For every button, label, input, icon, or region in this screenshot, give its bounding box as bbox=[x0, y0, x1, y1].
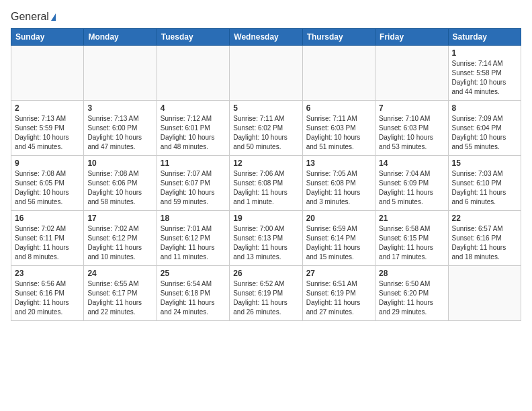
calendar-cell: 4Sunrise: 7:12 AM Sunset: 6:01 PM Daylig… bbox=[157, 101, 229, 156]
calendar-cell: 15Sunrise: 7:03 AM Sunset: 6:10 PM Dayli… bbox=[448, 156, 521, 211]
calendar-cell: 20Sunrise: 6:59 AM Sunset: 6:14 PM Dayli… bbox=[302, 211, 375, 266]
calendar-cell: 3Sunrise: 7:13 AM Sunset: 6:00 PM Daylig… bbox=[84, 101, 157, 156]
calendar-cell: 26Sunrise: 6:52 AM Sunset: 6:19 PM Dayli… bbox=[230, 266, 302, 321]
day-number: 10 bbox=[87, 158, 152, 168]
calendar-cell: 13Sunrise: 7:05 AM Sunset: 6:08 PM Dayli… bbox=[302, 156, 375, 211]
day-number: 9 bbox=[15, 158, 80, 168]
day-number: 11 bbox=[161, 158, 226, 168]
calendar-cell: 11Sunrise: 7:07 AM Sunset: 6:07 PM Dayli… bbox=[157, 156, 229, 211]
calendar-cell bbox=[230, 46, 302, 101]
day-info: Sunrise: 6:57 AM Sunset: 6:16 PM Dayligh… bbox=[452, 224, 517, 262]
calendar-cell: 19Sunrise: 7:00 AM Sunset: 6:13 PM Dayli… bbox=[230, 211, 302, 266]
day-info: Sunrise: 7:13 AM Sunset: 6:00 PM Dayligh… bbox=[87, 114, 152, 152]
calendar-header-monday: Monday bbox=[84, 29, 157, 46]
calendar-header-wednesday: Wednesday bbox=[230, 29, 302, 46]
calendar-cell: 16Sunrise: 7:02 AM Sunset: 6:11 PM Dayli… bbox=[11, 211, 84, 266]
day-info: Sunrise: 7:02 AM Sunset: 6:11 PM Dayligh… bbox=[15, 224, 80, 262]
calendar-cell: 28Sunrise: 6:50 AM Sunset: 6:20 PM Dayli… bbox=[375, 266, 448, 321]
day-info: Sunrise: 7:09 AM Sunset: 6:04 PM Dayligh… bbox=[452, 114, 517, 152]
day-info: Sunrise: 7:10 AM Sunset: 6:03 PM Dayligh… bbox=[379, 114, 444, 152]
calendar-cell: 27Sunrise: 6:51 AM Sunset: 6:19 PM Dayli… bbox=[302, 266, 375, 321]
page: General SundayMondayTuesdayWednesdayThur… bbox=[0, 0, 532, 411]
day-number: 13 bbox=[306, 158, 371, 168]
day-info: Sunrise: 7:11 AM Sunset: 6:03 PM Dayligh… bbox=[306, 114, 371, 152]
calendar-cell: 6Sunrise: 7:11 AM Sunset: 6:03 PM Daylig… bbox=[302, 101, 375, 156]
calendar-header-thursday: Thursday bbox=[302, 29, 375, 46]
day-info: Sunrise: 7:14 AM Sunset: 5:58 PM Dayligh… bbox=[452, 59, 517, 97]
calendar-cell: 25Sunrise: 6:54 AM Sunset: 6:18 PM Dayli… bbox=[157, 266, 229, 321]
day-info: Sunrise: 7:07 AM Sunset: 6:07 PM Dayligh… bbox=[161, 169, 226, 207]
calendar-cell bbox=[448, 266, 521, 321]
day-info: Sunrise: 7:11 AM Sunset: 6:02 PM Dayligh… bbox=[233, 114, 298, 152]
calendar-cell: 21Sunrise: 6:58 AM Sunset: 6:15 PM Dayli… bbox=[375, 211, 448, 266]
day-number: 24 bbox=[87, 269, 152, 278]
day-info: Sunrise: 7:00 AM Sunset: 6:13 PM Dayligh… bbox=[233, 224, 298, 262]
day-number: 21 bbox=[379, 214, 444, 223]
day-info: Sunrise: 7:05 AM Sunset: 6:08 PM Dayligh… bbox=[306, 169, 371, 207]
logo-triangle-icon bbox=[51, 13, 56, 21]
day-info: Sunrise: 7:13 AM Sunset: 5:59 PM Dayligh… bbox=[15, 114, 80, 152]
day-number: 4 bbox=[161, 103, 226, 113]
calendar-header-tuesday: Tuesday bbox=[157, 29, 229, 46]
calendar-cell: 18Sunrise: 7:01 AM Sunset: 6:12 PM Dayli… bbox=[157, 211, 229, 266]
day-info: Sunrise: 6:54 AM Sunset: 6:18 PM Dayligh… bbox=[161, 279, 226, 317]
day-number: 3 bbox=[87, 103, 152, 113]
day-number: 7 bbox=[379, 103, 444, 113]
day-number: 28 bbox=[379, 269, 444, 278]
header: General bbox=[11, 11, 521, 23]
calendar-cell: 9Sunrise: 7:08 AM Sunset: 6:05 PM Daylig… bbox=[11, 156, 84, 211]
day-info: Sunrise: 6:56 AM Sunset: 6:16 PM Dayligh… bbox=[15, 279, 80, 317]
day-number: 22 bbox=[452, 214, 517, 223]
logo: General bbox=[11, 11, 56, 23]
day-info: Sunrise: 7:08 AM Sunset: 6:05 PM Dayligh… bbox=[15, 169, 80, 207]
day-info: Sunrise: 7:06 AM Sunset: 6:08 PM Dayligh… bbox=[233, 169, 298, 207]
calendar-cell: 2Sunrise: 7:13 AM Sunset: 5:59 PM Daylig… bbox=[11, 101, 84, 156]
day-number: 27 bbox=[306, 269, 371, 278]
calendar-week-row: 9Sunrise: 7:08 AM Sunset: 6:05 PM Daylig… bbox=[11, 156, 521, 211]
day-info: Sunrise: 7:01 AM Sunset: 6:12 PM Dayligh… bbox=[161, 224, 226, 262]
day-info: Sunrise: 6:52 AM Sunset: 6:19 PM Dayligh… bbox=[233, 279, 298, 317]
calendar-cell: 23Sunrise: 6:56 AM Sunset: 6:16 PM Dayli… bbox=[11, 266, 84, 321]
calendar-header-saturday: Saturday bbox=[448, 29, 521, 46]
calendar-header-sunday: Sunday bbox=[11, 29, 84, 46]
calendar-cell: 5Sunrise: 7:11 AM Sunset: 6:02 PM Daylig… bbox=[230, 101, 302, 156]
calendar-header-friday: Friday bbox=[375, 29, 448, 46]
day-info: Sunrise: 7:04 AM Sunset: 6:09 PM Dayligh… bbox=[379, 169, 444, 207]
calendar-header-row: SundayMondayTuesdayWednesdayThursdayFrid… bbox=[11, 29, 521, 46]
day-number: 6 bbox=[306, 103, 371, 113]
calendar-week-row: 16Sunrise: 7:02 AM Sunset: 6:11 PM Dayli… bbox=[11, 211, 521, 266]
calendar-week-row: 23Sunrise: 6:56 AM Sunset: 6:16 PM Dayli… bbox=[11, 266, 521, 321]
day-number: 20 bbox=[306, 214, 371, 223]
calendar-week-row: 1Sunrise: 7:14 AM Sunset: 5:58 PM Daylig… bbox=[11, 46, 521, 101]
calendar-cell bbox=[375, 46, 448, 101]
day-info: Sunrise: 7:12 AM Sunset: 6:01 PM Dayligh… bbox=[161, 114, 226, 152]
day-info: Sunrise: 6:51 AM Sunset: 6:19 PM Dayligh… bbox=[306, 279, 371, 317]
calendar-cell: 17Sunrise: 7:02 AM Sunset: 6:12 PM Dayli… bbox=[84, 211, 157, 266]
day-number: 14 bbox=[379, 158, 444, 168]
day-number: 25 bbox=[161, 269, 226, 278]
calendar-table: SundayMondayTuesdayWednesdayThursdayFrid… bbox=[11, 28, 521, 321]
day-number: 5 bbox=[233, 103, 298, 113]
calendar-cell: 22Sunrise: 6:57 AM Sunset: 6:16 PM Dayli… bbox=[448, 211, 521, 266]
calendar-cell: 1Sunrise: 7:14 AM Sunset: 5:58 PM Daylig… bbox=[448, 46, 521, 101]
day-number: 17 bbox=[87, 214, 152, 223]
day-info: Sunrise: 6:59 AM Sunset: 6:14 PM Dayligh… bbox=[306, 224, 371, 262]
calendar-cell: 10Sunrise: 7:08 AM Sunset: 6:06 PM Dayli… bbox=[84, 156, 157, 211]
calendar-cell: 12Sunrise: 7:06 AM Sunset: 6:08 PM Dayli… bbox=[230, 156, 302, 211]
calendar-cell: 8Sunrise: 7:09 AM Sunset: 6:04 PM Daylig… bbox=[448, 101, 521, 156]
day-info: Sunrise: 6:58 AM Sunset: 6:15 PM Dayligh… bbox=[379, 224, 444, 262]
day-number: 26 bbox=[233, 269, 298, 278]
day-number: 1 bbox=[452, 48, 517, 58]
calendar-cell bbox=[157, 46, 229, 101]
logo-general-text: General bbox=[11, 11, 49, 22]
day-info: Sunrise: 6:55 AM Sunset: 6:17 PM Dayligh… bbox=[87, 279, 152, 317]
day-info: Sunrise: 7:08 AM Sunset: 6:06 PM Dayligh… bbox=[87, 169, 152, 207]
calendar-cell bbox=[84, 46, 157, 101]
calendar-cell bbox=[302, 46, 375, 101]
day-number: 2 bbox=[15, 103, 80, 113]
calendar-week-row: 2Sunrise: 7:13 AM Sunset: 5:59 PM Daylig… bbox=[11, 101, 521, 156]
day-info: Sunrise: 7:02 AM Sunset: 6:12 PM Dayligh… bbox=[87, 224, 152, 262]
calendar-cell bbox=[11, 46, 84, 101]
day-number: 23 bbox=[15, 269, 80, 278]
day-number: 19 bbox=[233, 214, 298, 223]
